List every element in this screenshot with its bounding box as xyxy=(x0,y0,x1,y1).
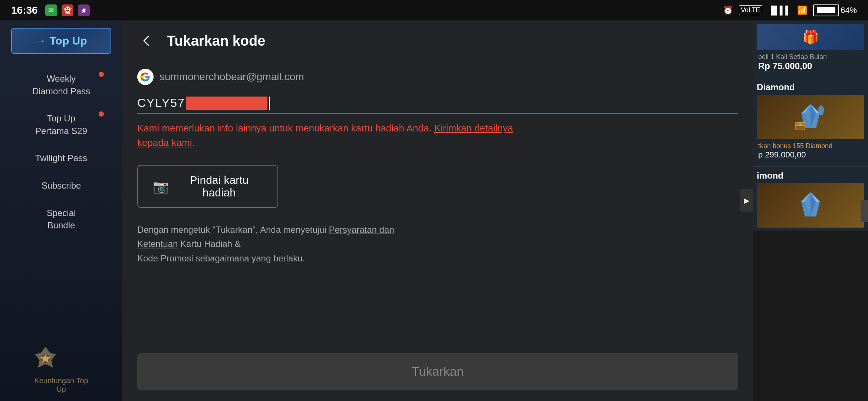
sidebar-item-weekly-diamond[interactable]: WeeklyDiamond Pass xyxy=(0,65,122,105)
diamond-svg xyxy=(794,102,827,132)
status-right-icons: ⏰ VoLTE ▐▌▌▌ 📶 64% xyxy=(723,0,857,20)
sidebar-bottom-label: Keuntungan Top Up xyxy=(31,376,92,394)
notification-dot xyxy=(99,111,104,117)
text-cursor xyxy=(269,97,270,110)
error-message: Kami memerlukan info lainnya untuk menuk… xyxy=(137,121,738,150)
chest-icon: 🎁 xyxy=(802,29,819,45)
product-info-2: tkan bonus 155 Diamond p 299.000,00 xyxy=(757,139,864,163)
content-header: Tukarkan kode xyxy=(122,20,753,61)
arrow-right-icon: ▶ xyxy=(744,196,749,205)
product-card-1[interactable]: 🎁 beli 1 Kali Setiap Bulan Rp 75.000,00 xyxy=(753,20,868,78)
diamond-svg-2 xyxy=(794,190,827,220)
sidebar-item-label: SpecialBundle xyxy=(47,208,76,231)
google-email: summonerchobear@gmail.com xyxy=(160,71,304,83)
code-input-wrapper: CYLY57 xyxy=(137,96,738,114)
product-price-2: p 299.000,00 xyxy=(758,150,863,160)
status-icons: ✉ 👻 ◉ xyxy=(45,4,90,16)
notification-dot xyxy=(99,72,104,77)
top-up-button[interactable]: Top Up xyxy=(11,28,111,54)
code-redacted xyxy=(186,97,267,110)
camera-icon: 📷 xyxy=(153,179,168,194)
page-title: Tukarkan kode xyxy=(167,33,265,49)
error-text: Kami memerlukan info lainnya untuk menuk… xyxy=(137,123,431,134)
back-button[interactable] xyxy=(137,32,156,50)
product-image-3 xyxy=(757,183,864,228)
right-panel-content: 🎁 beli 1 Kali Setiap Bulan Rp 75.000,00 … xyxy=(753,20,868,401)
sidebar-bottom: Keuntungan Top Up xyxy=(31,344,92,394)
scan-button[interactable]: 📷 Pindai kartu hadiah xyxy=(137,165,278,208)
main-content: Tukarkan kode summonerchobear@gmail.com … xyxy=(122,20,753,401)
app-icon-1: ✉ xyxy=(45,4,57,16)
sidebar-item-special-bundle[interactable]: SpecialBundle xyxy=(0,199,122,239)
volte-icon: VoLTE xyxy=(739,5,762,15)
alarm-icon: ⏰ xyxy=(723,6,733,15)
terms-prefix: Dengan mengetuk "Tukarkan", Anda menyetu… xyxy=(137,225,326,235)
app-icon-2: 👻 xyxy=(62,4,73,16)
code-prefix: CYLY57 xyxy=(137,96,185,110)
sidebar-item-twilight[interactable]: Twilight Pass xyxy=(0,144,122,172)
product-info-1: beli 1 Kali Setiap Bulan Rp 75.000,00 xyxy=(757,50,864,74)
sidebar-item-topup-pertama[interactable]: Top UpPertama S29 xyxy=(0,105,122,144)
product-title-3: imond xyxy=(757,170,864,183)
sidebar-item-label: Subscribe xyxy=(42,180,81,190)
status-bar: 16:36 ✉ 👻 ◉ ⏰ VoLTE ▐▌▌▌ 📶 64% xyxy=(0,0,868,20)
product-card-2[interactable]: Diamond tkan bonus 155 xyxy=(753,78,868,167)
product-image-1: 🎁 xyxy=(757,24,864,50)
product-bonus-2: tkan bonus 155 Diamond xyxy=(758,142,863,150)
product-image-2 xyxy=(757,95,864,139)
top-up-label: Top Up xyxy=(49,35,87,47)
google-account-row: summonerchobear@gmail.com xyxy=(137,69,738,85)
product-card-3[interactable]: imond xyxy=(753,167,868,231)
collapse-panel-button[interactable]: ▶ xyxy=(740,189,753,212)
sidebar-item-label: Top UpPertama S29 xyxy=(35,113,87,136)
wifi-icon: 📶 xyxy=(797,6,807,15)
scan-button-label: Pindai kartu hadiah xyxy=(176,174,263,199)
sidebar-item-label: WeeklyDiamond Pass xyxy=(32,74,90,96)
home-indicator xyxy=(861,200,868,222)
sidebar: Top Up WeeklyDiamond Pass Top UpPertama … xyxy=(0,20,122,401)
right-panel: 🎁 beli 1 Kali Setiap Bulan Rp 75.000,00 … xyxy=(753,20,868,401)
svg-rect-12 xyxy=(799,124,802,126)
product-label-1: beli 1 Kali Setiap Bulan xyxy=(758,53,863,61)
product-price-1: Rp 75.000,00 xyxy=(758,61,863,71)
submit-button[interactable]: Tukarkan xyxy=(137,353,738,390)
google-icon xyxy=(137,69,154,85)
status-time: 16:36 xyxy=(11,4,38,16)
form-area: summonerchobear@gmail.com CYLY57 Kami me… xyxy=(122,61,753,353)
sidebar-item-subscribe[interactable]: Subscribe xyxy=(0,172,122,199)
product-title-2: Diamond xyxy=(757,82,864,95)
signal-icon: ▐▌▌▌ xyxy=(768,6,791,15)
battery-icon: 64% xyxy=(813,4,857,16)
app-icon-3: ◉ xyxy=(78,4,90,16)
terms-text: Dengan mengetuk "Tukarkan", Anda menyetu… xyxy=(137,223,434,265)
emblem-icon xyxy=(31,344,60,374)
sidebar-item-label: Twilight Pass xyxy=(35,153,87,163)
